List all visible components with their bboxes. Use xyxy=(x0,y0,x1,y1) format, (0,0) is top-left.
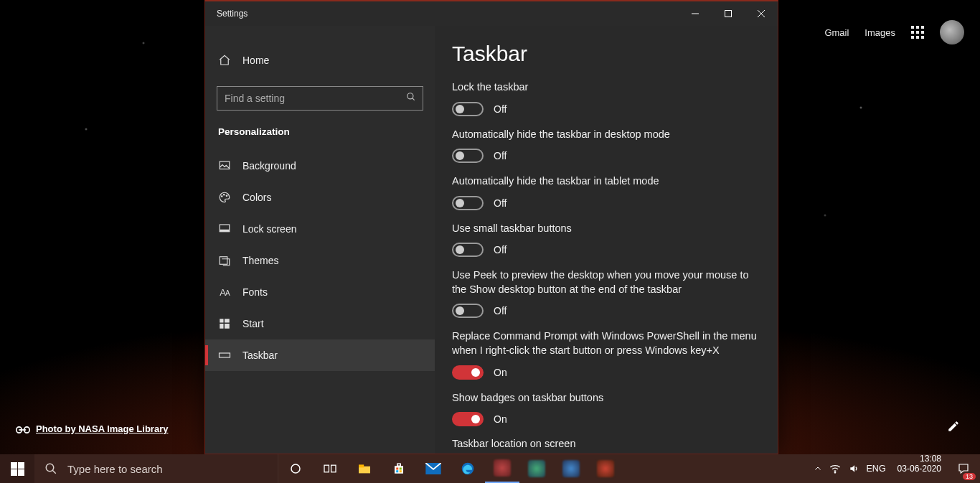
system-tray: ENG xyxy=(808,454,892,483)
sidebar-category: Personalization xyxy=(205,116,435,141)
svg-rect-16 xyxy=(225,319,230,322)
running-app-2[interactable] xyxy=(519,454,554,483)
toggle-badges[interactable] xyxy=(452,412,484,426)
clock-time: 13:08 xyxy=(897,454,941,464)
running-app-4[interactable] xyxy=(588,454,623,483)
svg-line-21 xyxy=(52,470,56,474)
file-explorer-button[interactable] xyxy=(347,454,382,483)
svg-line-7 xyxy=(413,98,415,100)
option-label: Automatically hide the taskbar in tablet… xyxy=(452,174,760,189)
option-badges: Show badges on taskbar buttons On xyxy=(452,391,760,427)
toggle-lock-taskbar[interactable] xyxy=(452,102,484,116)
option-label: Use Peek to preview the desktop when you… xyxy=(452,268,760,296)
sidebar-item-label: Fonts xyxy=(242,286,268,298)
svg-rect-18 xyxy=(225,324,230,329)
themes-icon xyxy=(218,254,231,267)
page-title: Taskbar xyxy=(452,42,760,66)
svg-rect-23 xyxy=(324,465,329,472)
running-app-1[interactable] xyxy=(485,454,519,483)
svg-rect-32 xyxy=(400,470,402,472)
window-controls xyxy=(679,1,778,26)
search-input[interactable] xyxy=(217,86,423,111)
microsoft-store-button[interactable] xyxy=(382,454,416,483)
images-link[interactable]: Images xyxy=(864,27,895,38)
toggle-state: Off xyxy=(494,150,507,161)
running-app-3[interactable] xyxy=(554,454,588,483)
edit-pencil-icon[interactable] xyxy=(946,418,961,434)
notification-badge: 13 xyxy=(963,473,976,480)
toggle-autohide-desktop[interactable] xyxy=(452,149,484,163)
option-label: Lock the taskbar xyxy=(452,80,760,95)
sidebar-item-lockscreen[interactable]: Lock screen xyxy=(205,213,435,245)
volume-icon[interactable] xyxy=(848,464,859,474)
sidebar-item-colors[interactable]: Colors xyxy=(205,182,435,213)
svg-rect-31 xyxy=(396,470,398,472)
close-button[interactable] xyxy=(745,1,778,26)
taskbar-search-placeholder: Type here to search xyxy=(67,463,163,475)
settings-content: Taskbar Lock the taskbar Off Automatical… xyxy=(435,26,778,454)
svg-point-10 xyxy=(224,194,225,196)
clock-date: 03-06-2020 xyxy=(897,464,941,474)
palette-icon xyxy=(218,191,231,204)
wallpaper-attribution-link[interactable]: Photo by NASA Image Library xyxy=(36,423,168,434)
sidebar-home-label: Home xyxy=(242,55,269,66)
toggle-state: Off xyxy=(494,244,507,255)
sidebar-item-themes[interactable]: Themes xyxy=(205,245,435,276)
sidebar-item-start[interactable]: Start xyxy=(205,308,435,339)
wifi-icon[interactable] xyxy=(829,464,841,474)
svg-rect-17 xyxy=(220,324,223,329)
action-center-button[interactable]: 13 xyxy=(947,454,980,483)
option-label: Show badges on taskbar buttons xyxy=(452,391,760,405)
titlebar[interactable]: Settings xyxy=(205,1,778,26)
sidebar-item-label: Themes xyxy=(242,255,279,266)
svg-rect-30 xyxy=(400,468,402,470)
gmail-link[interactable]: Gmail xyxy=(824,27,849,38)
avatar[interactable] xyxy=(940,20,964,44)
task-view-button[interactable] xyxy=(313,454,347,483)
settings-sidebar: Home Personalization Background Colors xyxy=(205,26,435,454)
sidebar-home[interactable]: Home xyxy=(205,44,435,76)
toggle-powershell[interactable] xyxy=(452,365,484,380)
svg-rect-15 xyxy=(220,319,223,322)
taskbar-pinned-apps xyxy=(278,454,623,483)
svg-rect-27 xyxy=(395,466,403,474)
search-icon xyxy=(406,92,416,102)
minimize-button[interactable] xyxy=(679,1,712,26)
start-button[interactable] xyxy=(0,454,34,483)
toggle-state: Off xyxy=(494,103,507,115)
apps-grid-icon[interactable] xyxy=(911,26,924,39)
picture-icon xyxy=(218,159,231,172)
tray-overflow-icon[interactable] xyxy=(814,464,822,473)
sidebar-item-label: Background xyxy=(242,160,296,172)
taskbar: Type here to search ENG 13:08 03-06-2020… xyxy=(0,454,980,483)
desktop-background: Gmail Images Photo by NASA Image Library… xyxy=(0,0,980,454)
mail-button[interactable] xyxy=(416,454,451,483)
svg-rect-13 xyxy=(220,230,230,232)
toggle-small-buttons[interactable] xyxy=(452,243,484,257)
sidebar-item-fonts[interactable]: AA Fonts xyxy=(205,276,435,308)
option-small-buttons: Use small taskbar buttons Off xyxy=(452,222,760,258)
taskbar-search[interactable]: Type here to search xyxy=(34,454,278,483)
cortana-button[interactable] xyxy=(278,454,313,483)
svg-rect-3 xyxy=(725,11,732,17)
svg-point-20 xyxy=(46,464,54,472)
svg-point-6 xyxy=(407,93,413,99)
sidebar-item-label: Lock screen xyxy=(242,223,296,235)
search-icon xyxy=(44,462,57,475)
toggle-peek[interactable] xyxy=(452,304,484,318)
wallpaper-attribution: Photo by NASA Image Library xyxy=(16,423,168,434)
taskbar-clock[interactable]: 13:08 03-06-2020 xyxy=(892,454,947,483)
svg-rect-29 xyxy=(396,468,398,470)
maximize-button[interactable] xyxy=(712,1,745,26)
sidebar-item-taskbar[interactable]: Taskbar xyxy=(205,339,435,371)
browser-top-bar: Gmail Images xyxy=(824,20,964,44)
edge-button[interactable] xyxy=(451,454,485,483)
toggle-autohide-tablet[interactable] xyxy=(452,196,484,210)
home-icon xyxy=(218,54,231,67)
sidebar-item-background[interactable]: Background xyxy=(205,150,435,182)
svg-point-9 xyxy=(222,196,223,197)
option-powershell: Replace Command Prompt with Windows Powe… xyxy=(452,329,760,379)
settings-window: Settings Home xyxy=(204,0,778,454)
taskbar-icon xyxy=(218,349,231,362)
language-indicator[interactable]: ENG xyxy=(867,464,886,474)
